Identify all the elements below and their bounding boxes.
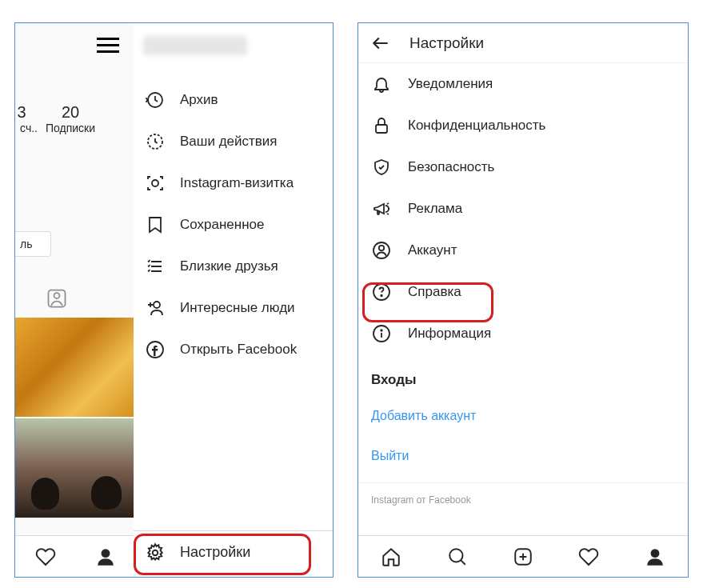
menu-label: Архив <box>180 92 218 108</box>
bottom-nav-partial <box>15 535 135 577</box>
lock-icon <box>371 115 392 136</box>
following-label: Подписки <box>46 122 95 134</box>
settings-header: Настройки <box>358 23 688 63</box>
settings-item-ads[interactable]: Реклама <box>358 188 688 230</box>
settings-label: Справка <box>408 284 461 300</box>
menu-label: Интересные люди <box>180 300 295 316</box>
settings-list: Уведомления Конфиденциальность Безопасно… <box>358 63 688 517</box>
screenshot-right-settings: Настройки Уведомления Конфиденциальность… <box>357 22 689 578</box>
settings-item-notifications[interactable]: Уведомления <box>358 63 688 105</box>
svg-point-8 <box>153 550 158 555</box>
search-tab-icon[interactable] <box>446 546 469 568</box>
account-icon <box>371 240 392 261</box>
settings-title: Настройки <box>409 34 484 52</box>
profile-tab-icon[interactable] <box>94 546 117 568</box>
bottom-nav <box>358 535 688 577</box>
svg-rect-9 <box>376 125 387 133</box>
settings-label: Конфиденциальность <box>408 118 545 134</box>
activity-tab-icon[interactable] <box>577 546 600 568</box>
screenshot-left-profile-menu: 3 сч.. 20 Подписки ль Архив <box>14 22 334 578</box>
link-logout[interactable]: Выйти <box>358 436 688 476</box>
shield-icon <box>371 157 392 178</box>
activity-tab-icon[interactable] <box>34 546 57 568</box>
settings-item-security[interactable]: Безопасность <box>358 146 688 188</box>
menu-label: Сохраненное <box>180 217 264 233</box>
posts-count: 3 <box>14 103 38 122</box>
settings-label: Безопасность <box>408 159 494 175</box>
settings-item-privacy[interactable]: Конфиденциальность <box>358 105 688 146</box>
stats-posts-partial: 3 сч.. <box>14 103 38 134</box>
menu-item-settings[interactable]: Настройки <box>134 530 333 574</box>
menu-button[interactable] <box>97 38 119 40</box>
discover-people-icon <box>145 298 166 318</box>
stats-following[interactable]: 20 Подписки <box>46 103 95 134</box>
facebook-icon <box>145 339 166 360</box>
menu-item-activity[interactable]: Ваши действия <box>134 121 333 162</box>
nametag-icon <box>145 173 166 194</box>
settings-label: Информация <box>408 326 491 342</box>
profile-side-menu: Архив Ваши действия Instagram-визитка Со… <box>134 79 333 577</box>
menu-label: Открыть Facebook <box>180 342 297 358</box>
section-logins: Входы <box>358 354 688 396</box>
menu-item-facebook[interactable]: Открыть Facebook <box>134 329 333 370</box>
info-icon <box>371 323 392 344</box>
bell-icon <box>371 74 392 94</box>
settings-label: Реклама <box>408 201 462 217</box>
settings-item-account[interactable]: Аккаунт <box>358 230 688 271</box>
menu-item-close-friends[interactable]: Близкие друзья <box>134 246 333 287</box>
svg-point-13 <box>381 295 382 297</box>
settings-icon <box>145 542 166 563</box>
footer-text: Instagram от Facebook <box>358 482 688 517</box>
saved-icon <box>145 214 166 235</box>
svg-point-11 <box>379 246 384 250</box>
close-friends-icon <box>145 256 166 277</box>
link-add-account[interactable]: Добавить аккаунт <box>358 396 688 436</box>
menu-item-archive[interactable]: Архив <box>134 79 333 121</box>
svg-point-2 <box>101 549 110 558</box>
menu-item-discover[interactable]: Интересные люди <box>134 287 333 329</box>
svg-point-15 <box>381 330 382 331</box>
grid-photo[interactable] <box>15 418 134 518</box>
profile-photo-grid <box>15 318 134 519</box>
svg-point-1 <box>54 293 60 298</box>
edit-profile-button-cut[interactable]: ль <box>15 231 51 257</box>
profile-tab-icon[interactable] <box>644 546 666 568</box>
menu-item-saved[interactable]: Сохраненное <box>134 204 333 246</box>
back-arrow-icon[interactable] <box>369 32 392 54</box>
grid-photo[interactable] <box>15 318 134 417</box>
profile-header <box>15 30 333 68</box>
svg-point-18 <box>650 549 659 558</box>
settings-label: Аккаунт <box>408 242 457 258</box>
svg-point-5 <box>152 180 158 186</box>
help-icon <box>371 282 392 302</box>
settings-item-help[interactable]: Справка <box>358 271 688 313</box>
menu-label: Instagram-визитка <box>180 175 294 191</box>
menu-label: Близкие друзья <box>180 258 278 274</box>
svg-point-16 <box>449 549 462 562</box>
menu-item-nametag[interactable]: Instagram-визитка <box>134 162 333 204</box>
settings-item-about[interactable]: Информация <box>358 313 688 354</box>
new-post-tab-icon[interactable] <box>512 546 534 568</box>
username-blurred <box>143 36 247 55</box>
home-tab-icon[interactable] <box>380 546 402 568</box>
menu-label: Настройки <box>180 544 250 561</box>
svg-point-6 <box>154 302 160 308</box>
menu-label: Ваши действия <box>180 134 278 150</box>
archive-icon <box>145 90 166 110</box>
activity-icon <box>145 131 166 152</box>
settings-label: Уведомления <box>408 76 493 92</box>
tagged-tab-icon[interactable] <box>46 287 68 310</box>
following-count: 20 <box>46 103 95 122</box>
megaphone-icon <box>371 198 392 219</box>
posts-label: сч.. <box>14 122 38 134</box>
